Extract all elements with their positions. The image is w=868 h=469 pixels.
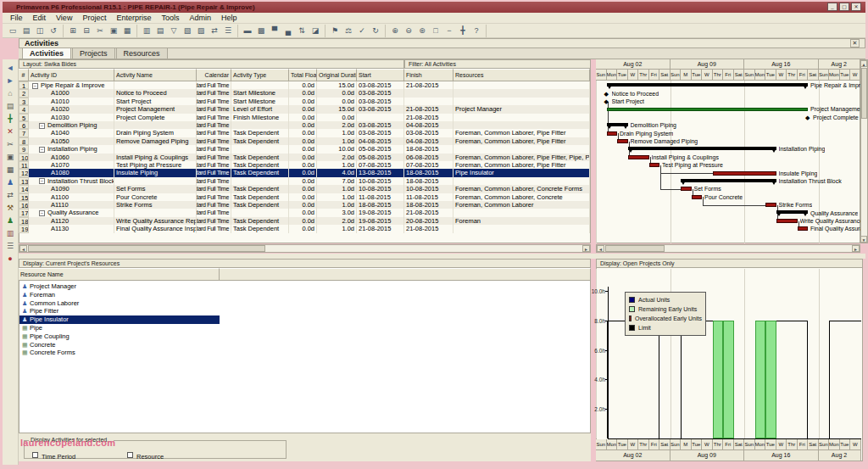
activity-type-cell[interactable]: Task Dependent [231,217,289,225]
resource-item[interactable]: ▦Concrete Forms [19,349,220,357]
activity-id-cell[interactable]: A1060 [29,154,114,161]
progress-line-icon[interactable]: ☰ [221,25,235,37]
schedule-icon[interactable]: ⚑ [328,25,342,37]
menu-tools[interactable]: Tools [157,14,183,22]
original-duration-cell[interactable]: 0.0d [317,98,357,105]
col-header-finish[interactable]: Finish [404,69,453,81]
start-cell[interactable]: 07-08-2015 [357,161,404,169]
calendar-cell[interactable]: ndard Full Time [197,209,231,216]
col-header-total-float[interactable]: Total Float [289,69,317,81]
activity-id-cell[interactable]: A1120 [29,217,114,225]
resources-cell[interactable] [453,89,590,97]
calendar-cell[interactable]: ndard Full Time [197,114,231,121]
table-row[interactable]: 2A1000Notice to Proceedndard Full TimeSt… [19,89,590,97]
total-float-cell[interactable]: 0.0d [289,154,317,161]
cut-icon[interactable]: ✂ [4,138,17,150]
activity-id-cell[interactable]: A1070 [29,161,114,169]
original-duration-cell[interactable]: 0.0d [317,89,357,97]
start-cell[interactable]: 19-08-2015 [357,217,404,225]
activity-type-cell[interactable]: Task Dependent [231,201,289,209]
resources-cell[interactable] [453,177,590,185]
activity-type-cell[interactable]: Task Dependent [231,137,289,145]
activity-id-cell[interactable]: A1000 [29,89,114,97]
resource-item[interactable]: ♟Project Manager [19,282,220,291]
finish-cell[interactable]: 04-08-2015 [404,121,453,129]
scroll-up-icon[interactable]: ▲ [860,60,867,67]
activity-name-cell[interactable]: Install Piping & Couplings [114,154,197,161]
menu-admin[interactable]: Admin [185,14,215,22]
start-cell[interactable]: 03-08-2015 [357,129,404,137]
menu-enterprise[interactable]: Enterprise [112,14,155,22]
calendar-cell[interactable]: ndard Full Time [197,89,231,97]
task-bar[interactable] [765,203,776,207]
checkbox-icon[interactable] [127,452,133,458]
activity-type-cell[interactable] [231,177,289,185]
maximize-button[interactable]: ▢ [839,3,849,11]
tab-projects[interactable]: Projects [72,47,115,59]
total-float-cell[interactable]: 0.0d [289,81,317,89]
delete-activity-icon[interactable]: ⊟ [80,25,93,37]
calendar-cell[interactable]: ndard Full Time [197,98,231,105]
finish-cell[interactable]: 20-08-2015 [404,217,453,225]
original-duration-cell[interactable]: 1.0d [317,129,357,137]
activity-id-cell[interactable]: −Installation Thrust Block [29,177,114,185]
resources-cell[interactable]: Foreman, Common Laborer, Pipe Fitter [453,129,590,137]
total-float-cell[interactable]: 0.0d [289,114,317,121]
summary-bar[interactable] [607,83,809,87]
start-cell[interactable]: 03-08-2015 [357,81,404,89]
calendar-cell[interactable]: ndard Full Time [197,161,231,169]
resource-name-header[interactable]: Resource Name [19,268,220,281]
activity-name-cell[interactable]: Insulate Piping [114,169,197,176]
print-preview-icon[interactable]: ▤ [19,25,33,37]
finish-cell[interactable]: 11-08-2015 [404,193,453,201]
notebook-icon[interactable]: ▥ [4,227,17,239]
original-duration-cell[interactable]: 2.0d [317,154,357,161]
total-float-cell[interactable]: 0.0d [289,177,317,185]
table-row[interactable]: 9−Installation Pipingndard Full Time0.0d… [19,145,590,153]
original-duration-cell[interactable]: 1.0d [317,137,357,145]
start-cell[interactable]: 13-08-2015 [357,169,404,176]
scroll-thumb[interactable] [28,245,265,252]
activity-type-cell[interactable] [231,145,289,153]
menu-project[interactable]: Project [78,14,110,22]
print-icon[interactable]: ▭ [6,25,19,37]
timescale-icon[interactable]: ⇄ [208,25,221,37]
activity-type-cell[interactable]: Start Milestone [231,89,289,97]
original-duration-cell[interactable]: 15.0d [317,81,357,89]
task-bar[interactable] [617,139,628,143]
activity-type-cell[interactable]: Finish Milestone [231,114,289,121]
delete-icon[interactable]: ✕ [4,126,17,137]
resources-cell[interactable] [453,98,590,105]
zoom-out-icon[interactable]: ⊖ [402,25,415,37]
resources-cell[interactable]: Foreman, Common Laborer, Pipe Fitter [453,161,590,169]
total-float-cell[interactable]: 0.0d [289,225,317,232]
start-cell[interactable]: 18-08-2015 [357,201,404,209]
resources-cell[interactable]: Foreman, Common Laborer [453,201,590,209]
roles-icon[interactable]: ♟ [4,215,17,226]
columns-icon[interactable]: ▥ [140,25,153,37]
copy-icon[interactable]: ▣ [4,151,17,163]
activity-id-cell[interactable]: −Installation Piping [29,145,114,153]
tab-resources[interactable]: Resources [116,47,168,59]
activity-name-cell[interactable]: Drain Piping System [114,129,197,137]
minimize-button[interactable]: _ [827,3,837,11]
scroll-right-icon[interactable]: ► [852,245,860,252]
resources-cell[interactable] [453,209,590,216]
activity-name-cell[interactable]: Set Forms [114,185,197,193]
collapse-icon[interactable]: − [39,123,45,129]
zoom-in-icon[interactable]: ⊕ [388,25,402,37]
scroll-left-icon[interactable]: ◄ [19,245,27,252]
resources-cell[interactable] [453,225,590,232]
activity-type-cell[interactable] [231,81,289,89]
finish-cell[interactable]: 06-08-2015 [404,154,453,161]
calendar-cell[interactable]: ndard Full Time [197,137,231,145]
finish-cell[interactable]: 07-08-2015 [404,161,453,169]
total-float-cell[interactable]: 0.0d [289,105,317,113]
total-float-cell[interactable]: 0.0d [289,201,317,209]
activity-name-cell[interactable]: Notice to Proceed [114,89,197,97]
steps-icon[interactable]: ☰ [4,240,17,252]
activity-type-cell[interactable]: Start Milestone [231,98,289,105]
finish-cell[interactable]: 21-08-2015 [404,225,453,232]
home-icon[interactable]: ⌂ [4,87,17,99]
menu-edit[interactable]: Edit [29,14,51,22]
